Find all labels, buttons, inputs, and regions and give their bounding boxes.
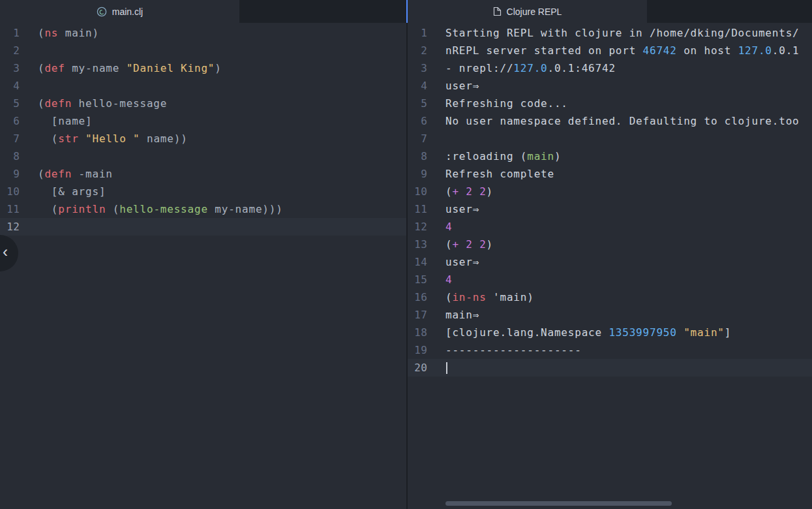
code-line[interactable]: 8: [0, 147, 406, 165]
code-line[interactable]: 4user⇒: [408, 77, 812, 95]
code-text[interactable]: user⇒: [427, 253, 479, 271]
code-line[interactable]: 2nREPL server started on port 46742 on h…: [408, 42, 812, 59]
code-line[interactable]: 9(defn -main: [0, 165, 406, 183]
code-line[interactable]: 18[clojure.lang.Namespace 1353997950 "ma…: [408, 324, 812, 341]
code-text[interactable]: :reloading (main): [427, 147, 561, 165]
code-line[interactable]: 154: [408, 271, 812, 288]
code-text[interactable]: [& args]: [20, 183, 106, 200]
code-line[interactable]: 13(+ 2 2): [408, 236, 812, 253]
line-number[interactable]: 10: [0, 183, 20, 200]
line-number[interactable]: 1: [408, 24, 427, 42]
editor-clojure-repl[interactable]: 1Starting REPL with clojure in /home/dki…: [408, 23, 812, 509]
code-text[interactable]: No user namespace defined. Defaulting to…: [427, 112, 800, 130]
code-line[interactable]: 6 [name]: [0, 112, 406, 130]
code-text[interactable]: 4: [427, 271, 452, 288]
code-text[interactable]: (def my-name "Daniel King"): [20, 59, 222, 77]
line-number[interactable]: 14: [408, 253, 427, 271]
code-text[interactable]: Starting REPL with clojure in /home/dkin…: [427, 24, 800, 42]
code-line[interactable]: 10 [& args]: [0, 183, 406, 200]
line-number[interactable]: 16: [408, 288, 427, 306]
code-text[interactable]: (println (hello-message my-name))): [20, 200, 283, 218]
code-line[interactable]: 8:reloading (main): [408, 147, 812, 165]
code-text[interactable]: - nrepl://127.0.0.1:46742: [427, 59, 616, 77]
code-text[interactable]: Refresh complete: [427, 165, 554, 183]
line-number[interactable]: 12: [0, 218, 20, 236]
line-number[interactable]: 8: [408, 147, 427, 165]
line-number[interactable]: 7: [408, 130, 427, 147]
code-text[interactable]: [427, 359, 447, 377]
line-number[interactable]: 10: [408, 183, 427, 200]
code-text[interactable]: [name]: [20, 112, 92, 130]
code-line[interactable]: 3(def my-name "Daniel King"): [0, 59, 406, 77]
code-text[interactable]: (in-ns 'main): [427, 288, 534, 306]
line-number[interactable]: 5: [0, 95, 20, 112]
tab-main-clj[interactable]: main.clj: [0, 0, 239, 23]
code-text[interactable]: [clojure.lang.Namespace 1353997950 "main…: [427, 324, 731, 341]
code-text[interactable]: main⇒: [427, 306, 479, 324]
code-line[interactable]: 2: [0, 42, 406, 59]
code-text[interactable]: (+ 2 2): [427, 183, 493, 200]
code-text[interactable]: nREPL server started on port 46742 on ho…: [427, 42, 800, 59]
line-number[interactable]: 7: [0, 130, 20, 147]
code-text[interactable]: --------------------: [427, 341, 582, 359]
code-line[interactable]: 9Refresh complete: [408, 165, 812, 183]
code-text[interactable]: 4: [427, 218, 452, 236]
code-line[interactable]: 3- nrepl://127.0.0.1:46742: [408, 59, 812, 77]
code-text[interactable]: (+ 2 2): [427, 236, 493, 253]
line-number[interactable]: 6: [0, 112, 20, 130]
line-number[interactable]: 11: [0, 200, 20, 218]
code-line[interactable]: 12: [0, 218, 406, 236]
code-text[interactable]: [20, 218, 38, 236]
code-line[interactable]: 7: [408, 130, 812, 147]
code-text[interactable]: (ns main): [20, 24, 99, 42]
line-number[interactable]: 9: [408, 165, 427, 183]
line-number[interactable]: 4: [408, 77, 427, 95]
line-number[interactable]: 2: [0, 42, 20, 59]
line-number[interactable]: 17: [408, 306, 427, 324]
tab-clojure-repl[interactable]: Clojure REPL: [408, 0, 647, 23]
code-line[interactable]: 6No user namespace defined. Defaulting t…: [408, 112, 812, 130]
code-line[interactable]: 14user⇒: [408, 253, 812, 271]
code-line[interactable]: 124: [408, 218, 812, 236]
line-number[interactable]: 6: [408, 112, 427, 130]
code-text[interactable]: (defn hello-message: [20, 95, 167, 112]
code-line[interactable]: 19--------------------: [408, 341, 812, 359]
code-line[interactable]: 7 (str "Hello " name)): [0, 130, 406, 147]
code-text[interactable]: (str "Hello " name)): [20, 130, 188, 147]
repl-horizontal-scrollbar[interactable]: [445, 501, 672, 506]
code-line[interactable]: 5Refreshing code...: [408, 95, 812, 112]
code-text[interactable]: [427, 130, 445, 147]
line-number[interactable]: 15: [408, 271, 427, 288]
code-text[interactable]: [20, 147, 38, 165]
line-number[interactable]: 9: [0, 165, 20, 183]
line-number[interactable]: 2: [408, 42, 427, 59]
line-number[interactable]: 4: [0, 77, 20, 95]
code-text[interactable]: user⇒: [427, 200, 479, 218]
line-number[interactable]: 20: [408, 359, 427, 377]
line-number[interactable]: 5: [408, 95, 427, 112]
code-line[interactable]: 11 (println (hello-message my-name))): [0, 200, 406, 218]
line-number[interactable]: 1: [0, 24, 20, 42]
editor-main-clj[interactable]: 1(ns main)23(def my-name "Daniel King")4…: [0, 23, 406, 509]
code-text[interactable]: [20, 77, 38, 95]
code-line[interactable]: 4: [0, 77, 406, 95]
line-number[interactable]: 19: [408, 341, 427, 359]
line-number[interactable]: 18: [408, 324, 427, 341]
line-number[interactable]: 8: [0, 147, 20, 165]
code-line[interactable]: 11user⇒: [408, 200, 812, 218]
code-text[interactable]: [20, 42, 38, 59]
line-number[interactable]: 11: [408, 200, 427, 218]
code-text[interactable]: (defn -main: [20, 165, 113, 183]
code-text[interactable]: user⇒: [427, 77, 479, 95]
line-number[interactable]: 12: [408, 218, 427, 236]
code-line[interactable]: 5(defn hello-message: [0, 95, 406, 112]
code-line[interactable]: 1Starting REPL with clojure in /home/dki…: [408, 24, 812, 42]
code-line[interactable]: 16(in-ns 'main): [408, 288, 812, 306]
code-line[interactable]: 1(ns main): [0, 24, 406, 42]
line-number[interactable]: 3: [0, 59, 20, 77]
line-number[interactable]: 13: [408, 236, 427, 253]
line-number[interactable]: 3: [408, 59, 427, 77]
code-text[interactable]: Refreshing code...: [427, 95, 568, 112]
code-line[interactable]: 20: [408, 359, 812, 377]
code-line[interactable]: 17main⇒: [408, 306, 812, 324]
